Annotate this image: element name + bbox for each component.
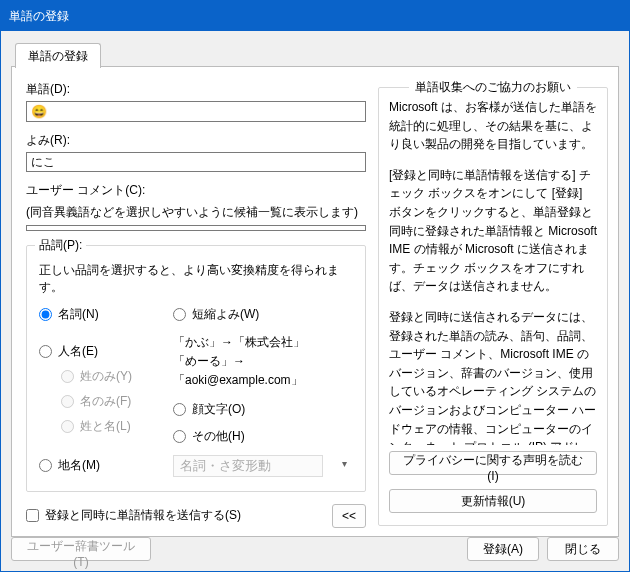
- radio-surname: 姓のみ(Y): [61, 368, 169, 385]
- radio-person[interactable]: 人名(E): [39, 343, 169, 360]
- update-button[interactable]: 更新情報(U): [389, 489, 597, 513]
- radio-noun-label: 名詞(N): [58, 306, 99, 323]
- comment-hint: (同音異義語などを選択しやすいように候補一覧に表示します): [26, 204, 366, 221]
- radio-surgiven: 姓と名(L): [61, 418, 169, 435]
- radio-place-label: 地名(M): [58, 457, 100, 474]
- send-checkbox-input[interactable]: [26, 509, 39, 522]
- cooperation-group: 単語収集へのご協力のお願い Microsoft は、お客様が送信した単語を統計的…: [378, 87, 608, 526]
- radio-surgiven-label: 姓と名(L): [80, 418, 131, 435]
- radio-given-label: 名のみ(F): [80, 393, 131, 410]
- cooperation-text: Microsoft は、お客様が送信した単語を統計的に処理し、その結果を基に、よ…: [389, 98, 597, 445]
- radio-person-label: 人名(E): [58, 343, 98, 360]
- person-block: 人名(E) 姓のみ(Y) 名のみ(F): [39, 343, 169, 435]
- radio-surname-input: [61, 370, 74, 383]
- coop-p1: Microsoft は、お客様が送信した単語を統計的に処理し、その結果を基に、よ…: [389, 98, 597, 154]
- titlebar: 単語の登録: [1, 1, 629, 31]
- comment-label: ユーザー コメント(C):: [26, 182, 366, 199]
- radio-face-input[interactable]: [173, 403, 186, 416]
- privacy-button[interactable]: プライバシーに関する声明を読む(I): [389, 451, 597, 475]
- reading-input[interactable]: [26, 152, 366, 172]
- coop-p2: [登録と同時に単語情報を送信する] チェック ボックスをオンにして [登録] ボ…: [389, 166, 597, 296]
- radio-face-label: 顔文字(O): [192, 401, 245, 418]
- radio-other-input[interactable]: [173, 430, 186, 443]
- radio-short-label: 短縮よみ(W): [192, 306, 259, 323]
- right-column: 単語収集へのご協力のお願い Microsoft は、お客様が送信した単語を統計的…: [378, 81, 608, 520]
- other-select-wrap: 名詞・さ変形動: [173, 455, 353, 477]
- reading-label: よみ(R):: [26, 132, 366, 149]
- tab-word-registration[interactable]: 単語の登録: [15, 43, 101, 68]
- radio-other-label: その他(H): [192, 428, 245, 445]
- cooperation-buttons: プライバシーに関する声明を読む(I) 更新情報(U): [389, 445, 597, 513]
- pos-radios: 名詞(N) 短縮よみ(W) 人名(E): [39, 306, 353, 477]
- radio-face[interactable]: 顔文字(O): [173, 401, 353, 418]
- pos-desc: 正しい品詞を選択すると、より高い変換精度を得られます。: [39, 262, 353, 296]
- example-1: 「かぶ」→「株式会社」: [173, 333, 353, 352]
- radio-person-input[interactable]: [39, 345, 52, 358]
- register-button[interactable]: 登録(A): [467, 537, 539, 561]
- short-examples: 「かぶ」→「株式会社」 「めーる」→「aoki@example.com」: [173, 333, 353, 391]
- cooperation-title: 単語収集へのご協力のお願い: [409, 79, 577, 96]
- radio-given-input: [61, 395, 74, 408]
- radio-surgiven-input: [61, 420, 74, 433]
- footer: ユーザー辞書ツール(T) 登録(A) 閉じる: [11, 537, 619, 561]
- close-button[interactable]: 閉じる: [547, 537, 619, 561]
- radio-given: 名のみ(F): [61, 393, 169, 410]
- tab-label: 単語の登録: [28, 49, 88, 63]
- tab-page: 単語(D): よみ(R): ユーザー コメント(C): (同音異義語などを選択し…: [11, 67, 619, 537]
- person-sub: 姓のみ(Y) 名のみ(F) 姓と名(L): [61, 368, 169, 435]
- radio-noun[interactable]: 名詞(N): [39, 306, 169, 323]
- comment-input[interactable]: [26, 225, 366, 231]
- word-registration-window: 単語の登録 単語の登録 単語(D): よみ(R): ユーザー コメント(C): …: [0, 0, 630, 572]
- radio-surname-label: 姓のみ(Y): [80, 368, 132, 385]
- tab-strip: 単語の登録: [11, 43, 619, 67]
- send-checkbox[interactable]: 登録と同時に単語情報を送信する(S): [26, 507, 241, 524]
- pos-group-title: 品詞(P):: [35, 237, 86, 254]
- window-title: 単語の登録: [9, 8, 69, 25]
- client-area: 単語の登録 単語(D): よみ(R): ユーザー コメント(C): (同音異義語…: [1, 31, 629, 571]
- radio-other[interactable]: その他(H): [173, 428, 353, 445]
- radio-short[interactable]: 短縮よみ(W): [173, 306, 353, 323]
- right-col-block: 「かぶ」→「株式会社」 「めーる」→「aoki@example.com」 顔文字…: [173, 333, 353, 445]
- tab-underline: [11, 66, 619, 67]
- collapse-button[interactable]: <<: [332, 504, 366, 528]
- word-label: 単語(D):: [26, 81, 366, 98]
- left-column: 単語(D): よみ(R): ユーザー コメント(C): (同音異義語などを選択し…: [26, 81, 366, 520]
- radio-place-input[interactable]: [39, 459, 52, 472]
- send-row: 登録と同時に単語情報を送信する(S) <<: [26, 504, 366, 528]
- coop-p3: 登録と同時に送信されるデータには、登録された単語の読み、語句、品詞、ユーザー コ…: [389, 308, 597, 445]
- other-select: 名詞・さ変形動: [173, 455, 323, 477]
- send-checkbox-label: 登録と同時に単語情報を送信する(S): [45, 507, 241, 524]
- dict-tool-button: ユーザー辞書ツール(T): [11, 537, 151, 561]
- pos-group: 品詞(P): 正しい品詞を選択すると、より高い変換精度を得られます。 名詞(N)…: [26, 245, 366, 492]
- radio-short-input[interactable]: [173, 308, 186, 321]
- radio-noun-input[interactable]: [39, 308, 52, 321]
- radio-place[interactable]: 地名(M): [39, 457, 169, 474]
- example-2: 「めーる」→「aoki@example.com」: [173, 352, 353, 390]
- word-input[interactable]: [26, 101, 366, 122]
